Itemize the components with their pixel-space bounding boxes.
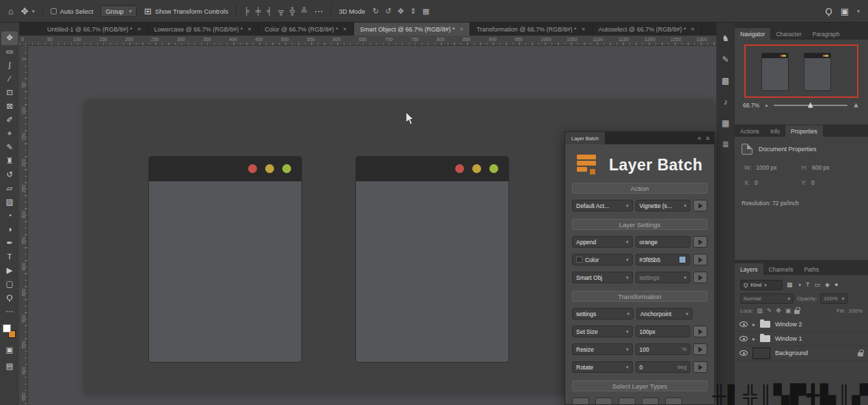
document-tab[interactable]: Transformation @ 66.7% (RGB/8#) * ✕	[470, 23, 592, 36]
layer-type-button[interactable]	[642, 397, 659, 405]
visibility-eye-icon[interactable]	[740, 322, 748, 327]
tab-channels[interactable]: Channels	[763, 263, 799, 275]
pan-3d-icon[interactable]: ✥	[398, 7, 404, 16]
dodge-tool[interactable]: ◑	[1, 223, 18, 237]
lasso-tool[interactable]: ʃ	[1, 59, 18, 73]
lock-artboard-icon[interactable]: ▣	[785, 308, 791, 314]
document-tab[interactable]: Color @ 66.7% (RGB/8#) * ✕	[258, 23, 354, 36]
shape-tool[interactable]: ▢	[1, 278, 18, 291]
run-color-button[interactable]	[693, 254, 707, 265]
rotate-dropdown[interactable]: Rotate ▾	[572, 361, 633, 373]
set-size-dropdown[interactable]: Set Size ▾	[572, 326, 633, 337]
tab-close-icon[interactable]: ✕	[582, 27, 586, 32]
document-tab[interactable]: Untitled-1 @ 66.7% (RGB/8#) * ✕	[41, 23, 148, 36]
auto-select-scope-dropdown[interactable]: Group ▾	[100, 5, 136, 17]
visibility-eye-icon[interactable]	[740, 350, 748, 356]
more-options-icon[interactable]: ⋯	[314, 7, 323, 16]
path-selection-tool[interactable]: ▶	[1, 264, 18, 278]
rotate-field[interactable]: 0 deg	[636, 361, 691, 373]
run-action-button[interactable]	[693, 200, 707, 211]
zoom-percentage[interactable]: 66.7%	[743, 102, 759, 109]
eyedropper-tool[interactable]: ✐	[1, 114, 18, 127]
kind-filter-dropdown[interactable]: Ϙ Kind ▾	[740, 280, 783, 290]
window-mockup-2[interactable]	[355, 156, 509, 363]
layer-row-background[interactable]: Background	[735, 346, 868, 361]
quick-mask-icon[interactable]: ▣	[1, 343, 18, 357]
transform-settings-dropdown[interactable]: settings ▾	[572, 308, 634, 319]
blur-tool[interactable]: ◔	[1, 209, 18, 223]
resize-field[interactable]: 100 %	[636, 343, 691, 355]
distribute-top-edges-icon[interactable]: ╦	[278, 7, 284, 15]
tab-layers[interactable]: Layers	[735, 263, 763, 275]
y-value[interactable]: 0	[811, 179, 815, 186]
navigator-preview[interactable]	[744, 44, 858, 98]
collapse-panel-icon[interactable]: «	[698, 135, 701, 142]
layer-type-button[interactable]	[572, 397, 589, 405]
set-size-field[interactable]: 100px	[636, 326, 691, 337]
healing-brush-tool[interactable]: ⌖	[1, 127, 18, 141]
distribute-centers-icon[interactable]: ╬	[290, 7, 295, 15]
layer-name[interactable]: Background	[775, 350, 808, 356]
tab-close-icon[interactable]: ✕	[137, 27, 141, 32]
orbit-3d-icon[interactable]: ↻	[372, 7, 379, 16]
brush-tool[interactable]: ✎	[1, 141, 18, 155]
show-transform-toggle[interactable]: ⊞ Show Transform Controls	[144, 7, 228, 16]
tab-info[interactable]: Info	[765, 125, 785, 137]
run-append-button[interactable]	[693, 236, 707, 248]
distribute-bottom-edges-icon[interactable]: ╩	[301, 7, 307, 15]
home-icon[interactable]: ⌂	[8, 7, 14, 16]
paragraph-panel-icon[interactable]: ♪	[724, 97, 728, 107]
group-expander-icon[interactable]: ▸	[752, 336, 755, 342]
width-value[interactable]: 1000 px	[756, 164, 776, 171]
pen-tool[interactable]: ✒	[1, 237, 18, 250]
smart-object-dropdown[interactable]: Smart Obj ▾	[572, 272, 633, 283]
action-set-dropdown[interactable]: Default Act... ▾	[572, 200, 633, 211]
run-set-size-button[interactable]	[693, 326, 707, 337]
layer-type-button[interactable]	[619, 397, 636, 405]
document-tab[interactable]: Lowercase @ 66.7% (RGB/8#) * ✕	[148, 23, 259, 36]
tab-close-icon[interactable]: ✕	[343, 27, 347, 32]
layer-name[interactable]: Window 2	[775, 321, 802, 328]
layer-type-button[interactable]	[595, 397, 612, 405]
tab-paths[interactable]: Paths	[798, 263, 824, 275]
panel-menu-icon[interactable]: ≡	[706, 135, 709, 142]
color-swatch[interactable]	[679, 256, 686, 263]
window-mockup-1[interactable]	[148, 156, 302, 363]
lock-transparency-icon[interactable]: ▨	[757, 308, 763, 314]
slide-3d-icon[interactable]: ⇕	[410, 7, 416, 16]
eraser-tool[interactable]: ▱	[1, 182, 18, 196]
filter-adjustment-layers-icon[interactable]: ◑	[798, 282, 801, 288]
fill-value[interactable]: 100%	[849, 308, 863, 314]
edit-toolbar-icon[interactable]: ⋯	[1, 305, 18, 319]
brush-settings-panel-icon[interactable]: ✎	[722, 55, 729, 64]
screen-mode-icon[interactable]: ▤	[1, 360, 18, 374]
document-tab[interactable]: Autoselect @ 66.7% (RGB/8#) * ✕	[593, 23, 702, 36]
filter-shape-layers-icon[interactable]: ▭	[814, 282, 820, 288]
tab-close-icon[interactable]: ✕	[247, 27, 252, 32]
hex-color-field[interactable]: #3f85b5	[636, 254, 691, 265]
marquee-tool[interactable]: ▭	[1, 45, 18, 59]
run-resize-button[interactable]	[693, 343, 707, 355]
frame-tool[interactable]: ⊠	[1, 100, 18, 114]
lock-all-icon[interactable]	[794, 310, 800, 314]
align-left-edges-icon[interactable]: ╞	[244, 7, 249, 15]
tab-paragraph[interactable]: Paragraph	[807, 28, 845, 40]
tab-actions[interactable]: Actions	[735, 125, 765, 137]
auto-select-toggle[interactable]: Auto Select	[51, 8, 94, 15]
clone-stamp-tool[interactable]: ♜	[1, 155, 18, 168]
tab-navigator[interactable]: Navigator	[735, 28, 770, 40]
action-name-dropdown[interactable]: Vignette (s... ▾	[636, 200, 691, 211]
smart-object-settings-dropdown[interactable]: settings ▾	[636, 272, 691, 283]
color-mode-dropdown[interactable]: Color ▾	[572, 254, 633, 265]
move-tool[interactable]: ✥	[1, 31, 18, 45]
blend-mode-dropdown[interactable]: Normal ▾	[740, 293, 794, 304]
visibility-eye-icon[interactable]	[740, 336, 748, 341]
append-mode-dropdown[interactable]: Append ▾	[572, 236, 633, 248]
filter-smart-objects-icon[interactable]: ◈	[825, 282, 830, 288]
layer-row-window-2[interactable]: ▸ Window 2	[735, 317, 868, 332]
layer-row-window-1[interactable]: ▸ Window 1	[735, 332, 868, 346]
current-tool-preset[interactable]: ✥ ▾	[21, 7, 35, 16]
resize-dropdown[interactable]: Resize ▾	[572, 343, 633, 355]
align-right-edges-icon[interactable]: ╡	[267, 7, 272, 15]
zoom-slider-thumb[interactable]	[808, 103, 813, 108]
